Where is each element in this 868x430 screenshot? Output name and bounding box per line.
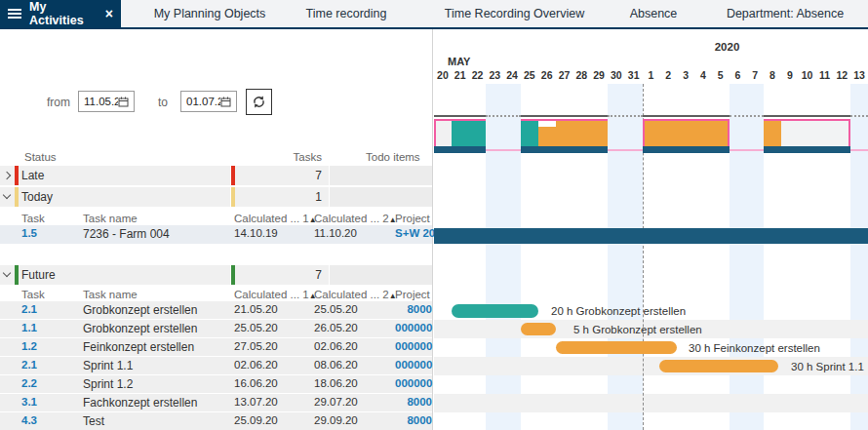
gantt-bar-grobkonzept-orange[interactable] — [521, 323, 556, 335]
refresh-button[interactable] — [246, 89, 272, 115]
project-link[interactable]: 8000 — [395, 414, 432, 426]
from-date-field[interactable] — [78, 91, 135, 112]
task-row-1-5[interactable]: 1.5 7236 - Farm 004 14.10.19 11.10.20 S+… — [0, 225, 432, 244]
project-link[interactable]: 000000 — [395, 322, 432, 333]
day-tick: 28 — [572, 69, 590, 84]
calculated-date-1: 25.05.20 — [234, 322, 278, 333]
task-row[interactable]: 2.2 Sprint 1.2 16.06.20 18.06.20 000000 — [0, 375, 432, 393]
day-tick: 3 — [677, 69, 694, 84]
task-link[interactable]: 2.1 — [21, 359, 37, 371]
capacity-line-weekend — [486, 115, 521, 117]
calculated-date-1: 16.06.20 — [234, 377, 278, 389]
capacity-limit-weekend — [486, 149, 521, 151]
group-task-count: 7 — [239, 169, 322, 182]
tab-my-planning-objects[interactable]: My Planning Objects — [137, 0, 283, 27]
utilization-bar-teal — [521, 121, 538, 146]
close-icon[interactable]: × — [105, 6, 113, 21]
project-link[interactable]: 8000 — [395, 396, 432, 408]
tab-time-recording-overview[interactable]: Time Recording Overview — [429, 0, 600, 27]
booked-time-strip — [521, 146, 608, 153]
collapse-chevron-icon[interactable] — [3, 269, 11, 277]
group-row-late[interactable]: Late 7 — [0, 166, 432, 185]
day-tick: 4 — [694, 69, 712, 84]
day-tick: 25 — [521, 69, 538, 84]
task-row[interactable]: 1.2 Feinkonzept erstellen 27.05.20 02.06… — [0, 338, 432, 356]
gantt-day-scale[interactable]: 20 21 22 23 24 25 26 27 28 29 30 31 1 2 … — [434, 69, 868, 84]
calculated2-col-header[interactable]: Calculated ... 2▲ — [314, 289, 397, 300]
calculated2-col-header[interactable]: Calculated ... 2▲ — [314, 213, 397, 224]
capacity-limit-weekend — [608, 149, 643, 151]
gantt-chart: 2020 MAY 20 21 22 23 24 25 26 27 28 29 3… — [434, 29, 868, 430]
gantt-bar-sprint-1-1[interactable] — [659, 360, 778, 372]
day-tick: 21 — [452, 69, 469, 84]
task-panel: from to — [0, 29, 433, 430]
utilization-bar-orange — [645, 121, 728, 146]
expand-chevron-icon[interactable] — [3, 172, 11, 179]
gantt-body[interactable]: 20 h Grobkonzept erstellen 5 h Grobkonze… — [434, 84, 868, 430]
task-link[interactable]: 3.1 — [21, 396, 37, 408]
gantt-bar-grobkonzept-teal[interactable] — [452, 304, 538, 318]
gantt-bar-label: 30 h Feinkonzept erstellen — [689, 342, 820, 354]
task-row[interactable]: 4.3 Test 25.09.20 29.09.20 8000 — [0, 412, 432, 430]
task-link[interactable]: 2.2 — [21, 377, 37, 389]
task-row[interactable]: 1.1 Grobkonzept erstellen 25.05.20 26.05… — [0, 320, 432, 337]
today-status-indicator — [15, 187, 19, 207]
row-stripe — [434, 394, 868, 412]
task-link[interactable]: 1.2 — [21, 340, 37, 352]
task-row[interactable]: 3.1 Fachkonzept erstellen 13.07.20 29.07… — [0, 394, 432, 411]
weekend-column — [486, 84, 521, 430]
future-status-indicator — [15, 265, 19, 285]
tab-absence[interactable]: Absence — [610, 0, 697, 27]
tab-time-recording[interactable]: Time recording — [283, 0, 410, 27]
project-link[interactable]: 8000 — [395, 303, 432, 315]
menu-icon[interactable] — [8, 13, 21, 15]
weekend-column — [608, 84, 643, 430]
capacity-line — [764, 115, 850, 117]
day-tick: 31 — [625, 69, 643, 84]
utilization-bar-empty — [436, 121, 452, 146]
gantt-month-label: MAY — [448, 56, 470, 67]
capacity-limit-weekend — [730, 149, 765, 151]
day-tick: 29 — [590, 69, 608, 84]
task-link[interactable]: 1.5 — [21, 227, 37, 239]
task-name-col-header: Task name — [83, 213, 138, 224]
group-label: Future — [21, 268, 56, 282]
task-row[interactable]: 2.1 Grobkonzept erstellen 21.05.20 25.05… — [0, 301, 432, 319]
task-link[interactable]: 4.3 — [21, 414, 37, 426]
day-tick: 10 — [799, 69, 816, 84]
day-tick: 1 — [643, 69, 660, 84]
collapse-chevron-icon[interactable] — [3, 191, 11, 199]
task-link[interactable]: 1.1 — [21, 322, 37, 333]
day-tick: 23 — [486, 69, 503, 84]
group-label: Today — [21, 190, 53, 204]
task-row[interactable]: 2.1 Sprint 1.1 02.06.20 08.06.20 000000 — [0, 357, 432, 374]
to-date-input[interactable] — [181, 96, 220, 107]
group-task-count: 7 — [239, 268, 322, 282]
to-date-field[interactable] — [180, 91, 237, 112]
tab-my-activities[interactable]: My Activities × — [0, 0, 121, 27]
calculated1-col-header[interactable]: Calculated ... 1▲ — [234, 213, 317, 224]
project-link[interactable]: 000000 — [395, 359, 432, 371]
calculated-date-1: 25.09.20 — [234, 414, 278, 426]
project-link[interactable]: 000000 — [395, 377, 432, 389]
project-span-bar[interactable] — [434, 228, 868, 244]
calendar-icon[interactable] — [118, 97, 129, 107]
future-status-indicator — [231, 265, 235, 285]
weekend-column — [850, 84, 868, 430]
from-date-input[interactable] — [79, 96, 118, 107]
task-link[interactable]: 2.1 — [21, 303, 37, 315]
day-tick: 30 — [608, 69, 625, 84]
gantt-bar-feinkonzept[interactable] — [556, 341, 677, 354]
calendar-icon[interactable] — [220, 97, 231, 107]
date-filter: from to — [0, 89, 433, 116]
project-link[interactable]: S+W 20X — [395, 227, 432, 239]
to-label: to — [158, 96, 168, 109]
project-link[interactable]: 000000 — [395, 340, 432, 352]
todo-items-cell — [329, 166, 432, 185]
group-row-future[interactable]: Future 7 — [0, 265, 432, 285]
tab-department-absence[interactable]: Department: Absence — [707, 0, 863, 27]
calculated1-col-header[interactable]: Calculated ... 1▲ — [234, 289, 317, 300]
day-tick: 26 — [538, 69, 556, 84]
calculated-date-2: 18.06.20 — [314, 377, 358, 389]
group-row-today[interactable]: Today 1 — [0, 187, 432, 207]
